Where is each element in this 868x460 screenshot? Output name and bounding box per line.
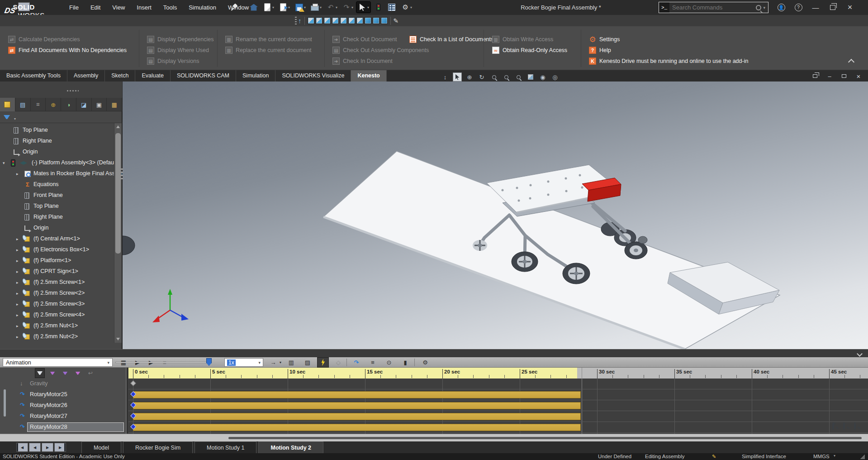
panel-splitter-handle[interactable] — [121, 168, 123, 180]
ribbon-item-obtain-read-only[interactable]: ∞ Obtain Read-Only Access — [488, 45, 567, 56]
cam-tab[interactable]: ▣ — [92, 98, 107, 111]
exploded-view-icon[interactable]: ↑ — [298, 17, 302, 24]
timeline-row[interactable] — [128, 389, 868, 400]
ribbon-item-help[interactable]: ? Help — [584, 45, 611, 56]
collapsed-arrow-icon[interactable]: ▸ — [16, 313, 19, 317]
view-orientation-icon[interactable] — [526, 73, 535, 81]
timeline-row-label[interactable]: ↓Gravity — [0, 379, 127, 389]
tree-item[interactable]: ΣEquations — [0, 179, 114, 190]
pin-menu-icon[interactable] — [231, 4, 238, 11]
view-solid-3[interactable] — [381, 17, 388, 24]
simulation-tab[interactable]: ▦ — [107, 98, 122, 111]
zoom-fit-icon[interactable] — [514, 73, 522, 81]
collapsed-arrow-icon[interactable]: ▸ — [16, 259, 19, 263]
displaymanager-tab[interactable]: ◑ — [61, 98, 76, 111]
tree-item[interactable]: ▸(f) 2.5mm Screw<3> — [0, 299, 114, 310]
tree-item[interactable]: Front Plane — [0, 190, 114, 201]
search-dropdown-caret[interactable]: ▾ — [761, 5, 768, 10]
graphics-viewport[interactable] — [123, 81, 868, 349]
ribbon-tab-solidworks-visualize[interactable]: SOLIDWORKS Visualize — [275, 70, 351, 81]
tree-item[interactable]: ▸(f) 2.5mm Screw<2> — [0, 288, 114, 299]
ribbon-item-display-dependencies[interactable]: ▤ Display Dependencies — [142, 34, 213, 45]
panel-drag-handle[interactable] — [67, 90, 79, 91]
filter-animated-icon[interactable] — [48, 369, 57, 378]
select-button[interactable]: ▾ — [356, 2, 370, 13]
tree-scrollbar[interactable] — [114, 123, 122, 343]
ribbon-item-find-all-documents[interactable]: ⇄ Find All Documents With No Dependencie… — [4, 45, 127, 56]
timeline-row[interactable] — [128, 411, 868, 422]
motion-settings-button[interactable]: ⚙ — [420, 358, 431, 367]
tree-item[interactable]: ▸(f) Platform<1> — [0, 255, 114, 266]
document-properties-button[interactable] — [386, 2, 398, 13]
updown-arrows-icon[interactable]: ↕ — [441, 73, 449, 81]
next-tab-button[interactable]: ▶ — [42, 443, 53, 452]
search-input[interactable] — [669, 4, 756, 11]
zoom-in-icon[interactable] — [502, 73, 510, 81]
tree-item[interactable]: ▸Mates in Rocker Bogie Final Assemb — [0, 168, 114, 179]
doc-tab-model[interactable]: Model — [81, 441, 121, 453]
ribbon-item-check-in-list[interactable]: Check In a List of Documents — [405, 34, 493, 45]
search-icon[interactable] — [756, 5, 761, 10]
view-solid-1[interactable] — [365, 17, 371, 24]
ribbon-item-check-out-assembly[interactable]: ▤ Check Out Assembly Components — [328, 45, 429, 56]
configurationmanager-tab[interactable]: ⌗ — [31, 98, 46, 111]
view-cube-5[interactable] — [340, 17, 347, 24]
expanded-arrow-icon[interactable]: ▾ — [3, 161, 5, 165]
prev-tab-button[interactable]: ◀ — [29, 443, 41, 452]
timeline-row-label[interactable]: ↷RotaryMotor25 — [0, 389, 127, 400]
user-account-button[interactable]: 👤 — [774, 1, 788, 14]
view-cube-6[interactable] — [348, 17, 355, 24]
save-animation-button[interactable]: ▥ — [286, 358, 297, 367]
animation-wizard-button[interactable]: ▨ — [302, 358, 313, 367]
display-states-button[interactable] — [372, 2, 384, 13]
doc-tab-motion-study-2[interactable]: Motion Study 2 — [258, 441, 323, 453]
ribbon-tab-simulation[interactable]: Simulation — [236, 70, 275, 81]
doc-close-icon[interactable]: × — [853, 72, 864, 81]
pan-icon[interactable]: ⊕ — [465, 73, 474, 81]
timeline-zoom-out-icon[interactable] — [843, 423, 850, 430]
tree-item[interactable]: Right Plane — [0, 136, 114, 147]
ribbon-item-check-out-document[interactable]: ➔ Check Out Document — [328, 34, 397, 45]
close-button[interactable]: × — [843, 1, 857, 14]
filter-results-icon[interactable]: ↩ — [86, 369, 95, 378]
first-tab-button[interactable]: ◀ — [16, 443, 28, 452]
playback-speed-dropdown[interactable]: 1x▾ — [224, 358, 263, 367]
playback-mode-button[interactable]: → — [268, 358, 279, 367]
view-cube-1[interactable] — [308, 17, 314, 24]
results-button[interactable]: ≡ — [367, 358, 378, 367]
hscrollbar-thumb[interactable] — [228, 437, 862, 439]
visualize-tab[interactable]: ◪ — [76, 98, 92, 111]
display-style-icon[interactable]: ◉ — [539, 73, 547, 81]
units-selector[interactable]: MMGS — [813, 454, 830, 459]
doc-minimize-icon[interactable]: – — [824, 72, 835, 81]
menu-insert[interactable]: Insert — [131, 0, 157, 15]
scroll-up-arrow-icon[interactable] — [116, 125, 120, 128]
drag-handle[interactable] — [295, 17, 297, 25]
collapsed-arrow-icon[interactable]: ▸ — [16, 237, 19, 241]
motor-duration-bar[interactable] — [133, 391, 581, 398]
collapse-chevron-icon[interactable] — [857, 351, 862, 356]
timeline-zoom-in-icon[interactable] — [832, 423, 840, 430]
open-button[interactable]: ▾ — [277, 2, 291, 13]
playback-mode-caret[interactable]: ▾ — [278, 358, 283, 367]
ribbon-item-check-in-document[interactable]: ➔ Check In Document — [328, 56, 393, 67]
spring-button[interactable]: ⊙ — [384, 358, 394, 367]
propertymanager-tab[interactable]: ▤ — [15, 98, 31, 111]
ribbon-tab-assembly[interactable]: Assembly — [67, 70, 105, 81]
timeline-row-label[interactable]: ↷RotaryMotor27 — [0, 411, 127, 422]
search-commands-box[interactable]: >_ ▾ — [659, 2, 768, 13]
tree-item[interactable]: ▸(f) 2.5mm Nut<1> — [0, 321, 114, 331]
motor-duration-bar[interactable] — [133, 413, 581, 420]
motor-duration-bar[interactable] — [133, 424, 581, 431]
ribbon-collapse-chevron-icon[interactable] — [849, 58, 854, 63]
slider-thumb[interactable] — [206, 358, 212, 366]
menu-view[interactable]: View — [106, 0, 131, 15]
menu-simulation[interactable]: Simulation — [183, 0, 222, 15]
rotate-view-icon[interactable]: ↻ — [478, 73, 486, 81]
collapsed-arrow-icon[interactable]: ▸ — [16, 324, 19, 328]
view-cube-2[interactable] — [316, 17, 323, 24]
timeline-vertical-scroll-indicator[interactable] — [4, 389, 6, 417]
add-key-button[interactable]: ◇ — [333, 358, 344, 367]
ribbon-item-obtain-write-access[interactable]: ▥ Obtain Write Access — [488, 34, 553, 45]
ribbon-tab-solidworks-cam[interactable]: SOLIDWORKS CAM — [171, 70, 236, 81]
